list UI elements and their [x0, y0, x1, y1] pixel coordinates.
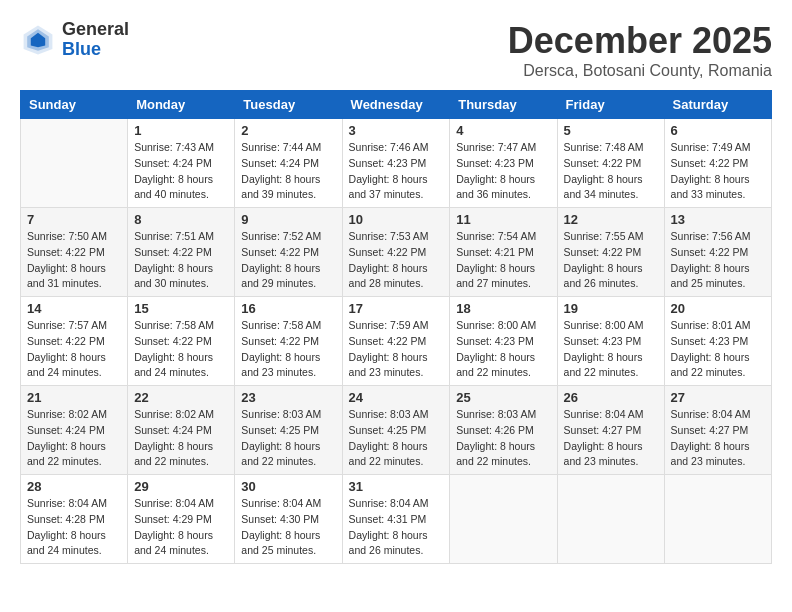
- day-info: Sunrise: 7:47 AMSunset: 4:23 PMDaylight:…: [456, 140, 550, 203]
- calendar-cell: 7Sunrise: 7:50 AMSunset: 4:22 PMDaylight…: [21, 208, 128, 297]
- day-number: 29: [134, 479, 228, 494]
- day-number: 26: [564, 390, 658, 405]
- calendar-cell: 14Sunrise: 7:57 AMSunset: 4:22 PMDayligh…: [21, 297, 128, 386]
- day-number: 9: [241, 212, 335, 227]
- calendar-week-row: 21Sunrise: 8:02 AMSunset: 4:24 PMDayligh…: [21, 386, 772, 475]
- day-info: Sunrise: 7:50 AMSunset: 4:22 PMDaylight:…: [27, 229, 121, 292]
- calendar-cell: 24Sunrise: 8:03 AMSunset: 4:25 PMDayligh…: [342, 386, 450, 475]
- day-number: 16: [241, 301, 335, 316]
- day-number: 2: [241, 123, 335, 138]
- calendar-table: SundayMondayTuesdayWednesdayThursdayFrid…: [20, 90, 772, 564]
- day-number: 21: [27, 390, 121, 405]
- calendar-cell: 5Sunrise: 7:48 AMSunset: 4:22 PMDaylight…: [557, 119, 664, 208]
- location-subtitle: Dersca, Botosani County, Romania: [508, 62, 772, 80]
- calendar-cell: 30Sunrise: 8:04 AMSunset: 4:30 PMDayligh…: [235, 475, 342, 564]
- day-number: 1: [134, 123, 228, 138]
- day-number: 23: [241, 390, 335, 405]
- calendar-cell: [21, 119, 128, 208]
- weekday-header-row: SundayMondayTuesdayWednesdayThursdayFrid…: [21, 91, 772, 119]
- day-number: 4: [456, 123, 550, 138]
- calendar-cell: 22Sunrise: 8:02 AMSunset: 4:24 PMDayligh…: [128, 386, 235, 475]
- calendar-cell: 10Sunrise: 7:53 AMSunset: 4:22 PMDayligh…: [342, 208, 450, 297]
- weekday-header: Wednesday: [342, 91, 450, 119]
- weekday-header: Sunday: [21, 91, 128, 119]
- weekday-header: Thursday: [450, 91, 557, 119]
- day-number: 31: [349, 479, 444, 494]
- day-info: Sunrise: 8:03 AMSunset: 4:26 PMDaylight:…: [456, 407, 550, 470]
- calendar-cell: [557, 475, 664, 564]
- day-info: Sunrise: 7:59 AMSunset: 4:22 PMDaylight:…: [349, 318, 444, 381]
- day-info: Sunrise: 7:51 AMSunset: 4:22 PMDaylight:…: [134, 229, 228, 292]
- day-number: 24: [349, 390, 444, 405]
- day-info: Sunrise: 7:44 AMSunset: 4:24 PMDaylight:…: [241, 140, 335, 203]
- day-number: 18: [456, 301, 550, 316]
- title-section: December 2025 Dersca, Botosani County, R…: [508, 20, 772, 80]
- day-info: Sunrise: 7:54 AMSunset: 4:21 PMDaylight:…: [456, 229, 550, 292]
- day-number: 15: [134, 301, 228, 316]
- calendar-cell: 13Sunrise: 7:56 AMSunset: 4:22 PMDayligh…: [664, 208, 771, 297]
- day-info: Sunrise: 8:01 AMSunset: 4:23 PMDaylight:…: [671, 318, 765, 381]
- day-info: Sunrise: 7:43 AMSunset: 4:24 PMDaylight:…: [134, 140, 228, 203]
- calendar-cell: 2Sunrise: 7:44 AMSunset: 4:24 PMDaylight…: [235, 119, 342, 208]
- calendar-cell: 16Sunrise: 7:58 AMSunset: 4:22 PMDayligh…: [235, 297, 342, 386]
- page-header: General Blue December 2025 Dersca, Botos…: [20, 20, 772, 80]
- day-number: 11: [456, 212, 550, 227]
- day-number: 27: [671, 390, 765, 405]
- calendar-cell: 21Sunrise: 8:02 AMSunset: 4:24 PMDayligh…: [21, 386, 128, 475]
- calendar-cell: 25Sunrise: 8:03 AMSunset: 4:26 PMDayligh…: [450, 386, 557, 475]
- day-number: 5: [564, 123, 658, 138]
- day-info: Sunrise: 8:04 AMSunset: 4:31 PMDaylight:…: [349, 496, 444, 559]
- day-info: Sunrise: 8:03 AMSunset: 4:25 PMDaylight:…: [241, 407, 335, 470]
- calendar-cell: 15Sunrise: 7:58 AMSunset: 4:22 PMDayligh…: [128, 297, 235, 386]
- calendar-cell: 4Sunrise: 7:47 AMSunset: 4:23 PMDaylight…: [450, 119, 557, 208]
- calendar-cell: 12Sunrise: 7:55 AMSunset: 4:22 PMDayligh…: [557, 208, 664, 297]
- weekday-header: Tuesday: [235, 91, 342, 119]
- day-info: Sunrise: 8:04 AMSunset: 4:27 PMDaylight:…: [564, 407, 658, 470]
- day-info: Sunrise: 8:00 AMSunset: 4:23 PMDaylight:…: [564, 318, 658, 381]
- day-info: Sunrise: 8:03 AMSunset: 4:25 PMDaylight:…: [349, 407, 444, 470]
- logo-blue-text: Blue: [62, 40, 129, 60]
- day-info: Sunrise: 8:04 AMSunset: 4:29 PMDaylight:…: [134, 496, 228, 559]
- day-number: 25: [456, 390, 550, 405]
- day-info: Sunrise: 7:57 AMSunset: 4:22 PMDaylight:…: [27, 318, 121, 381]
- day-number: 7: [27, 212, 121, 227]
- calendar-cell: 27Sunrise: 8:04 AMSunset: 4:27 PMDayligh…: [664, 386, 771, 475]
- calendar-cell: 1Sunrise: 7:43 AMSunset: 4:24 PMDaylight…: [128, 119, 235, 208]
- calendar-cell: 26Sunrise: 8:04 AMSunset: 4:27 PMDayligh…: [557, 386, 664, 475]
- calendar-cell: 6Sunrise: 7:49 AMSunset: 4:22 PMDaylight…: [664, 119, 771, 208]
- day-number: 30: [241, 479, 335, 494]
- calendar-cell: 11Sunrise: 7:54 AMSunset: 4:21 PMDayligh…: [450, 208, 557, 297]
- day-number: 22: [134, 390, 228, 405]
- day-number: 17: [349, 301, 444, 316]
- logo-icon: [20, 22, 56, 58]
- calendar-cell: 3Sunrise: 7:46 AMSunset: 4:23 PMDaylight…: [342, 119, 450, 208]
- calendar-cell: 19Sunrise: 8:00 AMSunset: 4:23 PMDayligh…: [557, 297, 664, 386]
- day-info: Sunrise: 7:46 AMSunset: 4:23 PMDaylight:…: [349, 140, 444, 203]
- weekday-header: Saturday: [664, 91, 771, 119]
- weekday-header: Monday: [128, 91, 235, 119]
- day-info: Sunrise: 8:04 AMSunset: 4:28 PMDaylight:…: [27, 496, 121, 559]
- calendar-cell: 20Sunrise: 8:01 AMSunset: 4:23 PMDayligh…: [664, 297, 771, 386]
- day-info: Sunrise: 7:53 AMSunset: 4:22 PMDaylight:…: [349, 229, 444, 292]
- day-number: 6: [671, 123, 765, 138]
- calendar-cell: 23Sunrise: 8:03 AMSunset: 4:25 PMDayligh…: [235, 386, 342, 475]
- day-info: Sunrise: 8:02 AMSunset: 4:24 PMDaylight:…: [134, 407, 228, 470]
- calendar-week-row: 14Sunrise: 7:57 AMSunset: 4:22 PMDayligh…: [21, 297, 772, 386]
- day-number: 12: [564, 212, 658, 227]
- day-number: 13: [671, 212, 765, 227]
- calendar-cell: 8Sunrise: 7:51 AMSunset: 4:22 PMDaylight…: [128, 208, 235, 297]
- calendar-cell: 17Sunrise: 7:59 AMSunset: 4:22 PMDayligh…: [342, 297, 450, 386]
- day-info: Sunrise: 8:04 AMSunset: 4:30 PMDaylight:…: [241, 496, 335, 559]
- day-number: 28: [27, 479, 121, 494]
- day-info: Sunrise: 7:52 AMSunset: 4:22 PMDaylight:…: [241, 229, 335, 292]
- weekday-header: Friday: [557, 91, 664, 119]
- day-info: Sunrise: 7:55 AMSunset: 4:22 PMDaylight:…: [564, 229, 658, 292]
- calendar-cell: 31Sunrise: 8:04 AMSunset: 4:31 PMDayligh…: [342, 475, 450, 564]
- day-number: 19: [564, 301, 658, 316]
- calendar-cell: 28Sunrise: 8:04 AMSunset: 4:28 PMDayligh…: [21, 475, 128, 564]
- day-number: 14: [27, 301, 121, 316]
- day-info: Sunrise: 8:00 AMSunset: 4:23 PMDaylight:…: [456, 318, 550, 381]
- day-number: 10: [349, 212, 444, 227]
- day-info: Sunrise: 7:58 AMSunset: 4:22 PMDaylight:…: [241, 318, 335, 381]
- day-info: Sunrise: 7:58 AMSunset: 4:22 PMDaylight:…: [134, 318, 228, 381]
